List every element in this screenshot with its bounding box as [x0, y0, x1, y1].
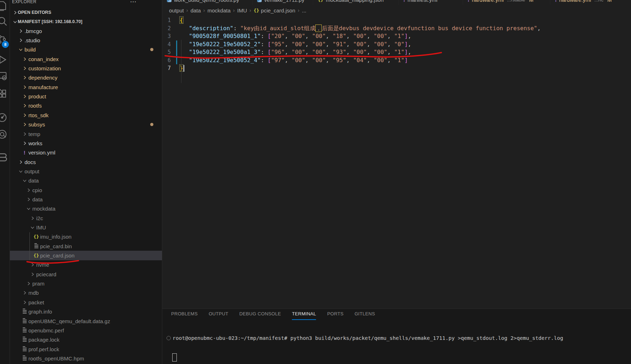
chevron-down-icon	[29, 225, 35, 230]
tree-folder-product[interactable]: product	[10, 92, 162, 101]
breadcrumb-item-IMU[interactable]: IMU	[237, 7, 247, 13]
tree-file-openUBMC_qemu_default.data.gz[interactable]: openUBMC_qemu_default.data.gz	[10, 316, 162, 326]
tree-folder-IMU[interactable]: IMU	[10, 223, 162, 232]
breadcrumb-separator: ›	[203, 7, 205, 13]
editor-tab-strip: work_build_qemu_rootfs.pyvemake_1711.py{…	[162, 0, 631, 5]
tree-file-pcie_card.json[interactable]: {}pcie_card.json	[10, 251, 162, 260]
panel-tab-output[interactable]: OUTPUT	[209, 311, 228, 320]
remote-explorer-icon[interactable]	[0, 71, 7, 81]
code-editor[interactable]: 1{2"description": "key由id_auxid_slot组成，后…	[162, 16, 631, 72]
tree-file-prof.perf.lock[interactable]: prof.perf.lock	[10, 344, 162, 354]
panel-tab-problems[interactable]: PROBLEMS	[171, 311, 198, 320]
editor-tab-hardware.yml-.../stable[interactable]: !hardware.yml.../stableM	[463, 0, 550, 5]
tree-folder-docs[interactable]: docs	[10, 157, 162, 167]
editor-cursor	[184, 65, 184, 72]
tree-item-label: dependency	[28, 75, 58, 81]
tree-item-label: .bmcgo	[25, 28, 42, 34]
tree-item-label: output	[25, 168, 39, 174]
tree-file-imu_info.json[interactable]: {}imu_info.json	[10, 232, 162, 241]
tree-item-label: openUBMC_qemu_default.data.gz	[28, 318, 110, 324]
tree-folder-cpio[interactable]: cpio	[10, 185, 162, 195]
breadcrumb[interactable]: output›data›mockdata›IMU›{}pcie_card.jso…	[162, 5, 631, 16]
tree-item-label: subsys	[28, 121, 45, 127]
tree-folder-customization[interactable]: customization	[10, 64, 162, 73]
editor-tab-vemake_1711.py[interactable]: vemake_1711.py	[252, 0, 313, 5]
tree-folder-i2c[interactable]: i2c	[10, 213, 162, 223]
tree-folder-manufacture[interactable]: manufacture	[10, 82, 162, 92]
chevron-right-icon	[22, 75, 27, 81]
code-line-7[interactable]: 7}	[162, 64, 631, 72]
terminal[interactable]: root@openubmc-ubu-023:~/tmp/manifest# py…	[167, 324, 563, 364]
code-line-1[interactable]: 1{	[162, 16, 631, 25]
gauge-icon[interactable]	[0, 112, 7, 123]
tree-folder-.bmcgo[interactable]: .bmcgo	[10, 26, 162, 36]
tree-item-label: graph.info	[28, 309, 52, 315]
code-line-3[interactable]: 3"9005028f_90050801_1": ["20", "00", "00…	[162, 32, 631, 40]
tree-file-openubmc.perf[interactable]: openubmc.perf	[10, 326, 162, 335]
editor-area: work_build_qemu_rootfs.pyvemake_1711.py{…	[162, 0, 631, 364]
sidebar-more-actions-icon[interactable]: ⋯	[130, 0, 136, 6]
tree-folder-rtos_sdk[interactable]: rtos_sdk	[10, 110, 162, 120]
breadcrumb-item-mockdata[interactable]: mockdata	[207, 7, 230, 13]
tree-file-graph.info[interactable]: graph.info	[10, 307, 162, 316]
command-decoration-icon[interactable]	[167, 336, 171, 340]
json-file-icon: {}	[33, 234, 39, 239]
tree-folder-nvme[interactable]: nvme	[10, 260, 162, 270]
editor-tab-mockdata_mapping.json[interactable]: {}mockdata_mapping.json	[313, 0, 399, 5]
tree-folder-mockdata[interactable]: mockdata	[10, 204, 162, 213]
tree-folder-pciecard[interactable]: pciecard	[10, 270, 162, 279]
tree-folder-rootfs[interactable]: rootfs	[10, 101, 162, 110]
editor-tab-hardware.yml-.../fc[interactable]: !hardware.yml.../fcM	[550, 0, 631, 5]
panel-tab-gitlens[interactable]: GITLENS	[354, 311, 375, 320]
code-line-5[interactable]: 5"19e50222_19e500a1_3": ["96", "00", "00…	[162, 48, 631, 56]
tree-folder-temp[interactable]: temp	[10, 129, 162, 138]
terminal-command-text: root@openubmc-ubu-023:~/tmp/manifest# py…	[173, 335, 563, 341]
chevron-right-icon	[26, 196, 31, 202]
breadcrumb-item-output[interactable]: output	[169, 7, 184, 13]
tree-folder-build[interactable]: build	[10, 45, 162, 54]
tree-folder-.studio[interactable]: .studio	[10, 36, 162, 45]
panel-tab-terminal[interactable]: TERMINAL	[292, 311, 316, 320]
tree-folder-mdb[interactable]: mdb	[10, 288, 162, 298]
editor-tab-manifest.yml[interactable]: !manifest.yml	[399, 0, 463, 5]
mail-search-icon[interactable]	[0, 129, 7, 140]
search-icon[interactable]	[0, 16, 7, 26]
tree-folder-dependency[interactable]: dependency	[10, 73, 162, 82]
tree-item-label: conan_index	[28, 56, 59, 62]
tree-folder-packet[interactable]: packet	[10, 298, 162, 307]
breadcrumb-item-data[interactable]: data	[190, 7, 201, 13]
tree-item-label: cpio	[32, 187, 42, 193]
explorer-icon[interactable]	[0, 1, 7, 11]
tree-item-label: customization	[28, 65, 61, 71]
breadcrumb-item-pcie_card.json[interactable]: pcie_card.json	[261, 7, 295, 13]
code-line-4[interactable]: 4"19e50222_19e50052_2": ["95", "00", "00…	[162, 40, 631, 49]
run-debug-icon[interactable]	[0, 54, 7, 65]
chevron-right-icon	[22, 122, 27, 127]
tree-file-version.yml[interactable]: !version.yml	[10, 148, 162, 157]
tree-item-label: i2c	[36, 215, 43, 221]
tree-folder-conan_index[interactable]: conan_index	[10, 54, 162, 64]
tree-folder-pram[interactable]: pram	[10, 279, 162, 288]
tree-file-package.lock[interactable]: package.lock	[10, 335, 162, 344]
sidebar-title: EXPLORER	[12, 0, 37, 4]
tree-folder-output[interactable]: output	[10, 167, 162, 176]
tree-folder-subsys[interactable]: subsys	[10, 120, 162, 129]
tree-item-label: rootfs_openUBMC.hpm	[28, 355, 84, 362]
tree-folder-works[interactable]: works	[10, 138, 162, 148]
code-line-6[interactable]: 6"19e50222_19e50052_4": ["97", "00", "00…	[162, 56, 631, 65]
open-editors-section[interactable]: OPEN EDITORS	[10, 8, 162, 17]
chevron-right-icon	[29, 262, 35, 268]
tree-file-pcie_card.bin[interactable]: pcie_card.bin	[10, 241, 162, 251]
extensions-icon[interactable]	[0, 89, 7, 99]
editor-tab-work_build_qemu_rootfs.py[interactable]: work_build_qemu_rootfs.py	[162, 0, 252, 5]
panel-tab-debug-console[interactable]: DEBUG CONSOLE	[239, 311, 281, 320]
panel-tab-ports[interactable]: PORTS	[327, 311, 343, 320]
breadcrumb-item-...[interactable]: ...	[302, 7, 306, 13]
tree-file-rootfs_openUBMC.hpm[interactable]: rootfs_openUBMC.hpm	[10, 354, 162, 363]
tree-folder-data[interactable]: data	[10, 195, 162, 204]
docker-icon[interactable]	[0, 152, 7, 163]
tree-folder-data[interactable]: data	[10, 176, 162, 185]
workspace-section[interactable]: MANIFEST [SSH: 192.168.0.70]	[10, 17, 162, 26]
code-line-2[interactable]: 2"description": "key由id_auxid_slot组成，后面是…	[162, 25, 631, 33]
chevron-right-icon	[22, 94, 27, 99]
